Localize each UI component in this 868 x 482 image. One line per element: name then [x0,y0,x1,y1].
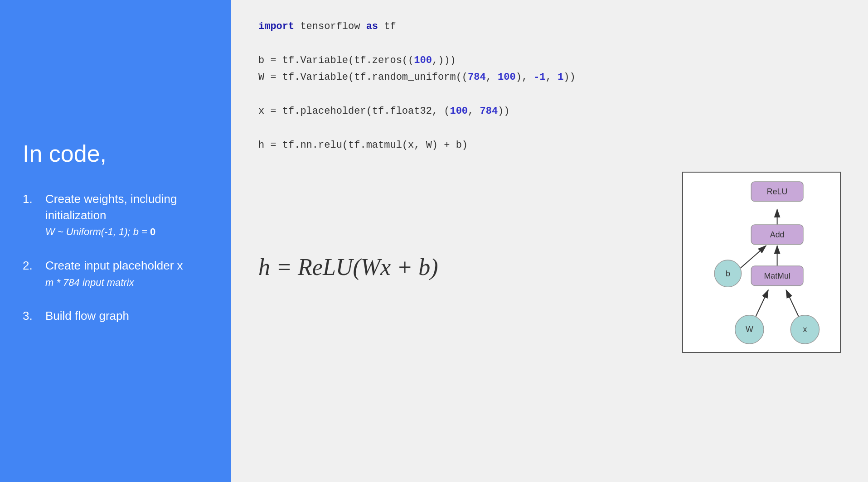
b-node-label: b [726,269,730,278]
list-item: Create input placeholder x m * 784 input… [23,257,209,289]
flow-graph: ReLU Add b MatMul W x [682,172,841,353]
matmul-node-label: MatMul [764,271,790,280]
slide-title: In code, [23,140,209,168]
keyword-import: import [258,21,294,32]
bottom-section: h = ReLU(Wx + b) [258,172,841,353]
list-item: Create weights, including initialization… [23,191,209,240]
code-line-3: W = tf.Variable(tf.random_uniform((784, … [258,69,841,86]
item-sub-2: m * 784 input matrix [45,276,183,290]
item-content-1: Create weights, including initialization… [45,191,209,240]
w-node-label: W [746,325,753,334]
item-content-2: Create input placeholder x m * 784 input… [45,257,183,289]
add-node-label: Add [770,230,785,239]
item-sub-1: W ~ Uniform(-1, 1); b = 0 [45,225,209,239]
code-line-1: import tensorflow as tf [258,18,841,35]
x-node-label: x [803,325,807,334]
item-label-1: Create weights, including initialization [45,191,209,224]
item-label-3: Build flow graph [45,308,129,324]
code-block: import tensorflow as tf b = tf.Variable(… [258,18,841,154]
right-panel: import tensorflow as tf b = tf.Variable(… [231,0,868,482]
relu-node-label: ReLU [767,187,787,196]
arrow-w-matmul [754,290,768,320]
flow-graph-svg: ReLU Add b MatMul W x [683,173,840,352]
arrow-x-matmul [786,290,800,320]
list-item: Build flow graph [23,308,209,324]
math-formula: h = ReLU(Wx + b) [258,245,655,280]
item-content-3: Build flow graph [45,308,129,324]
left-panel: In code, Create weights, including initi… [0,0,231,482]
keyword-as: as [366,21,378,32]
code-line-2: b = tf.Variable(tf.zeros((100,))) [258,52,841,69]
code-line-4: x = tf.placeholder(tf.float32, (100, 784… [258,103,841,120]
steps-list: Create weights, including initialization… [23,191,209,342]
code-line-5: h = tf.nn.relu(tf.matmul(x, W) + b) [258,137,841,154]
item-label-2: Create input placeholder x [45,257,183,274]
